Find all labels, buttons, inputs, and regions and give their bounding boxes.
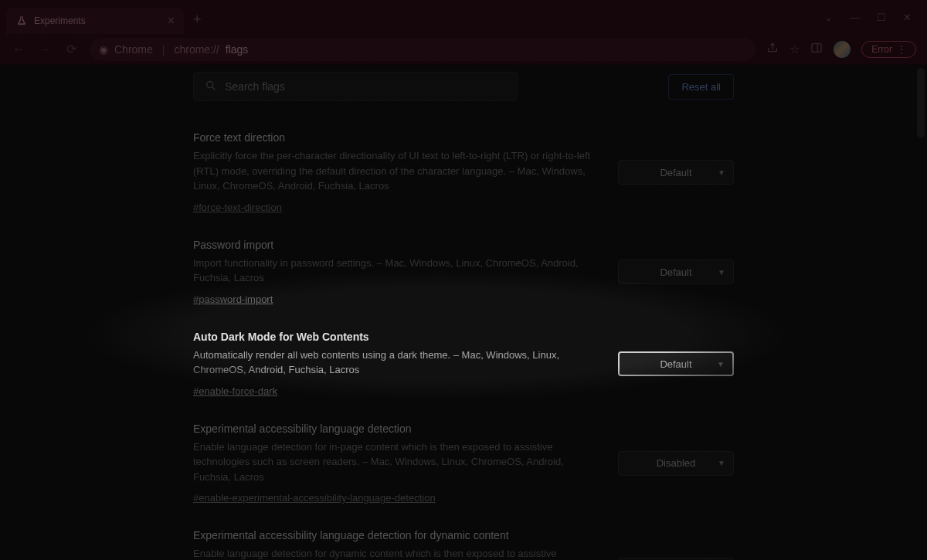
flag-text: Auto Dark Mode for Web Contents Automati… [193,331,603,398]
flag-select-wrap: Default ▼ [618,131,734,214]
flask-icon [15,15,28,27]
menu-icon: ⋮ [897,44,906,55]
flag-row: Password import Import functionality in … [193,226,734,318]
address-bar[interactable]: ◉ Chrome | chrome://flags [90,38,756,61]
profile-avatar[interactable] [834,41,851,58]
svg-point-2 [207,81,213,87]
flag-select-value: Default [660,167,691,178]
flag-select[interactable]: Default ▼ [618,351,734,376]
flag-description: Automatically render all web contents us… [193,348,603,378]
flag-title: Auto Dark Mode for Web Contents [193,331,603,343]
flag-select[interactable]: Default ▼ [618,160,734,185]
url-path: flags [226,43,249,56]
flag-description: Enable language detection for dynamic co… [193,546,603,560]
flag-select-value: Default [660,266,691,278]
flag-select-wrap: Disabled ▼ [618,423,734,505]
flag-text: Experimental accessibility language dete… [193,423,603,505]
back-button[interactable]: ← [11,42,26,56]
new-tab-button[interactable]: + [193,12,202,28]
forward-button[interactable]: → [37,42,53,56]
site-info-icon[interactable]: ◉ [99,43,108,56]
flag-row: Auto Dark Mode for Web Contents Automati… [193,318,734,410]
titlebar: Experiments × + ⌄ — ☐ ✕ [0,0,927,34]
flag-text: Force text direction Explicitly force th… [193,131,603,214]
flag-select[interactable]: Default ▼ [618,260,734,284]
reset-all-button[interactable]: Reset all [668,74,734,100]
flag-description: Enable language detection for in-page co… [193,440,603,485]
flag-select[interactable]: Disabled ▼ [618,451,734,476]
flag-title: Experimental accessibility language dete… [193,423,603,435]
reload-button[interactable]: ⟳ [63,42,79,56]
flag-row: Experimental accessibility language dete… [193,410,734,518]
flag-title: Password import [193,239,603,251]
tab-search-icon[interactable]: ⌄ [824,12,833,23]
flag-anchor-link[interactable]: #force-text-direction [193,202,282,213]
search-icon [205,80,217,94]
search-input[interactable] [225,80,506,93]
close-window-button[interactable]: ✕ [903,12,912,23]
url-prefix: Chrome [114,43,153,56]
flag-description: Import functionality in password setting… [193,256,603,286]
error-button[interactable]: Error ⋮ [861,41,916,58]
minimize-button[interactable]: — [850,12,860,23]
flag-select-value: Disabled [657,457,696,469]
chevron-down-icon: ▼ [718,459,725,467]
flags-list: Force text direction Explicitly force th… [0,108,927,560]
flag-row: Experimental accessibility language dete… [193,517,734,560]
page-content: Reset all Force text direction Explicitl… [0,65,927,560]
flag-select-wrap: Default ▼ [618,239,734,306]
chevron-down-icon: ▼ [718,168,725,177]
flag-title: Experimental accessibility language dete… [193,529,603,541]
chevron-down-icon: ▼ [717,360,725,368]
flag-select-wrap: Disabled ▼ [618,529,734,560]
tab-title: Experiments [34,15,161,26]
flags-header: Reset all [0,65,927,108]
close-tab-icon[interactable]: × [168,14,175,28]
flag-text: Password import Import functionality in … [193,239,603,306]
flag-description: Explicitly force the per-character direc… [193,148,603,194]
scrollbar-thumb[interactable] [917,68,925,137]
share-icon[interactable] [766,42,779,56]
svg-line-3 [212,87,216,90]
maximize-button[interactable]: ☐ [877,12,886,23]
sidepanel-icon[interactable] [810,42,823,56]
toolbar-actions: ☆ Error ⋮ [766,41,916,58]
flag-anchor-link[interactable]: #enable-experimental-accessibility-langu… [193,492,436,504]
flag-anchor-link[interactable]: #password-import [193,294,273,305]
window-controls: ⌄ — ☐ ✕ [824,12,921,23]
flag-title: Force text direction [193,131,603,144]
toolbar: ← → ⟳ ◉ Chrome | chrome://flags ☆ Error … [0,34,927,65]
chevron-down-icon: ▼ [718,268,725,277]
scrollbar[interactable] [917,65,926,560]
bookmark-icon[interactable]: ☆ [789,42,800,56]
browser-tab[interactable]: Experiments × [6,8,184,34]
flag-row: Force text direction Explicitly force th… [193,119,734,226]
flag-text: Experimental accessibility language dete… [193,529,603,560]
svg-rect-0 [812,44,821,53]
search-box[interactable] [193,72,518,101]
flag-select-value: Default [660,358,691,370]
url-scheme: chrome:// [174,43,219,56]
flag-anchor-link[interactable]: #enable-force-dark [193,385,277,397]
flag-select-wrap: Default ▼ [618,331,734,398]
